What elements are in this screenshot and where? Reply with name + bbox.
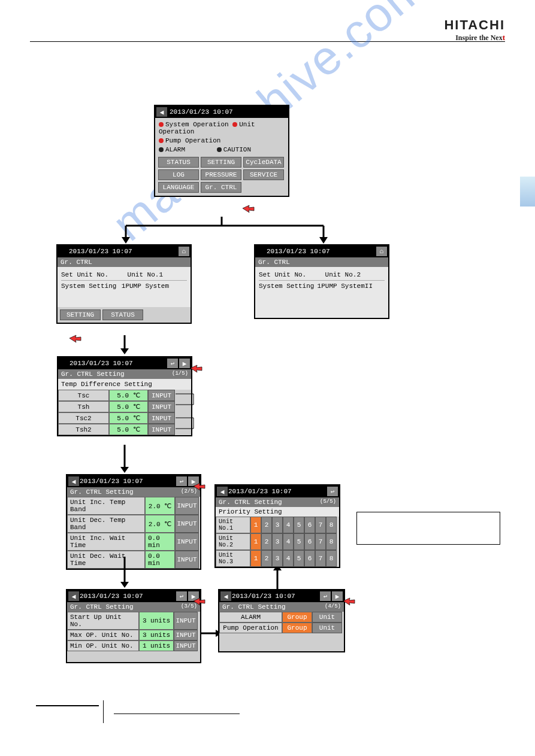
priority-num[interactable]: 1 xyxy=(250,517,261,533)
panel-subtitle: Gr. CTRL xyxy=(255,257,388,267)
hand-pointer-icon xyxy=(189,362,203,375)
setting-button[interactable]: SETTING xyxy=(201,157,241,168)
row-label: Pump Operation xyxy=(219,623,282,633)
home-icon[interactable]: ⌂ xyxy=(179,247,189,256)
gr-ctrl-panel-1: 2013/01/23 10:07 ⌂ Gr. CTRL Set Unit No.… xyxy=(56,244,192,324)
input-button[interactable]: INPUT xyxy=(175,515,199,533)
timestamp: 2013/01/23 10:07 xyxy=(267,248,330,255)
return-icon[interactable]: ↩ xyxy=(167,359,178,368)
hand-pointer-icon xyxy=(192,595,206,608)
priority-num[interactable]: 4 xyxy=(283,533,294,550)
pressure-button[interactable]: PRESSURE xyxy=(201,169,241,180)
input-button[interactable]: INPUT xyxy=(175,533,199,551)
unit-button[interactable]: Unit xyxy=(312,623,342,633)
priority-num[interactable]: 3 xyxy=(272,517,283,533)
svg-marker-7 xyxy=(120,348,129,354)
panel-subtitle: Gr. CTRL Setting(2/5) xyxy=(67,487,200,497)
log-button[interactable]: LOG xyxy=(158,169,199,180)
row-label: Tsc2 xyxy=(58,412,109,424)
group-button[interactable]: Group xyxy=(282,623,312,633)
input-button[interactable]: INPUT xyxy=(175,551,199,569)
row-value: 2.0 ℃ xyxy=(145,515,175,533)
sys-setting-value: 1PUMP SystemII xyxy=(318,283,373,290)
timestamp: 2013/01/23 10:07 xyxy=(80,593,143,600)
row-value: 5.0 ℃ xyxy=(109,424,148,435)
priority-num[interactable]: 3 xyxy=(272,533,283,550)
timestamp: 2013/01/23 10:07 xyxy=(170,108,233,116)
gr-ctrl-setting-3: ◀ 2013/01/23 10:07 ↩ ▶ Gr. CTRL Setting(… xyxy=(66,589,201,663)
timestamp: 2013/01/23 10:07 xyxy=(80,478,143,485)
panel-subtitle: Gr. CTRL Setting(5/5) xyxy=(216,497,339,507)
priority-num[interactable]: 3 xyxy=(272,550,283,567)
input-button[interactable]: INPUT xyxy=(148,412,175,424)
return-icon[interactable]: ↩ xyxy=(176,476,187,486)
titlebar: 2013/01/23 10:07 ↩ ▶ xyxy=(58,357,191,369)
priority-num[interactable]: 6 xyxy=(304,550,315,567)
input-button[interactable]: INPUT xyxy=(148,390,175,401)
priority-num[interactable]: 7 xyxy=(315,533,326,550)
back-icon[interactable]: ◀ xyxy=(217,487,228,496)
sys-setting-label: System Setting xyxy=(259,283,314,290)
priority-num[interactable]: 2 xyxy=(261,550,272,567)
priority-num[interactable]: 1 xyxy=(250,550,261,567)
titlebar: ◀ 2013/01/23 10:07 ↩ xyxy=(216,485,339,497)
input-button[interactable]: INPUT xyxy=(148,424,175,435)
svg-marker-9 xyxy=(120,467,129,473)
back-icon[interactable]: ◀ xyxy=(68,591,79,601)
hand-pointer-icon xyxy=(341,595,356,608)
gr-ctrl-setting-1: 2013/01/23 10:07 ↩ ▶ Gr. CTRL Setting(1/… xyxy=(57,356,192,436)
input-button[interactable]: INPUT xyxy=(174,612,198,630)
gr-ctrl-button[interactable]: Gr. CTRL xyxy=(201,182,241,193)
gr-ctrl-setting-4: ◀ 2013/01/23 10:07 ↩ ▶ Gr. CTRL Setting(… xyxy=(218,589,345,652)
return-icon[interactable]: ↩ xyxy=(320,591,331,601)
row-value: 3 units xyxy=(139,630,174,640)
sys-setting-label: System Setting xyxy=(61,283,116,290)
unit-button[interactable]: Unit xyxy=(312,612,342,623)
hand-pointer-icon xyxy=(68,332,82,345)
row-label: Unit Dec. Temp Band xyxy=(67,515,145,533)
row-label: Unit Inc. Wait Time xyxy=(67,533,145,551)
set-unit-label: Set Unit No. xyxy=(61,271,108,278)
row-value: 0.0 min xyxy=(145,551,175,569)
priority-num[interactable]: 8 xyxy=(326,517,337,533)
cycledata-button[interactable]: CycleDATA xyxy=(243,157,284,168)
back-icon[interactable]: ◀ xyxy=(156,107,167,117)
group-button[interactable]: Group xyxy=(282,612,312,623)
row-value: 5.0 ℃ xyxy=(109,390,148,401)
flow-arrow xyxy=(119,335,131,356)
input-button[interactable]: INPUT xyxy=(174,640,198,651)
priority-num[interactable]: 2 xyxy=(261,533,272,550)
row-value: 0.0 min xyxy=(145,533,175,551)
set-unit-label: Set Unit No. xyxy=(259,271,306,278)
priority-num[interactable]: 8 xyxy=(326,550,337,567)
row-label: Tsc xyxy=(58,390,109,401)
return-icon[interactable]: ↩ xyxy=(176,591,187,601)
row-value: 2.0 ℃ xyxy=(145,497,175,515)
priority-num[interactable]: 2 xyxy=(261,517,272,533)
priority-num[interactable]: 6 xyxy=(304,517,315,533)
input-button[interactable]: INPUT xyxy=(175,497,199,515)
setting-button[interactable]: SETTING xyxy=(60,309,101,320)
service-button[interactable]: SERVICE xyxy=(243,169,284,180)
language-button[interactable]: LANGUAGE xyxy=(158,182,199,193)
priority-num[interactable]: 7 xyxy=(315,517,326,533)
priority-num[interactable]: 5 xyxy=(294,550,304,567)
priority-num[interactable]: 8 xyxy=(326,533,337,550)
priority-num[interactable]: 5 xyxy=(294,517,304,533)
priority-num[interactable]: 5 xyxy=(294,533,304,550)
home-icon[interactable]: ⌂ xyxy=(376,247,387,256)
back-icon[interactable]: ◀ xyxy=(68,476,79,486)
titlebar: 2013/01/23 10:07 ⌂ xyxy=(255,245,388,257)
priority-num[interactable]: 6 xyxy=(304,533,315,550)
status-button[interactable]: STATUS xyxy=(102,309,143,320)
priority-num[interactable]: 4 xyxy=(283,517,294,533)
back-icon[interactable]: ◀ xyxy=(220,591,231,601)
set-unit-value: Unit No.2 xyxy=(325,271,361,278)
input-button[interactable]: INPUT xyxy=(148,401,175,412)
priority-num[interactable]: 1 xyxy=(250,533,261,550)
priority-num[interactable]: 4 xyxy=(283,550,294,567)
priority-num[interactable]: 7 xyxy=(315,550,326,567)
input-button[interactable]: INPUT xyxy=(174,630,198,640)
return-icon[interactable]: ↩ xyxy=(327,487,338,496)
status-button[interactable]: STATUS xyxy=(158,157,199,168)
